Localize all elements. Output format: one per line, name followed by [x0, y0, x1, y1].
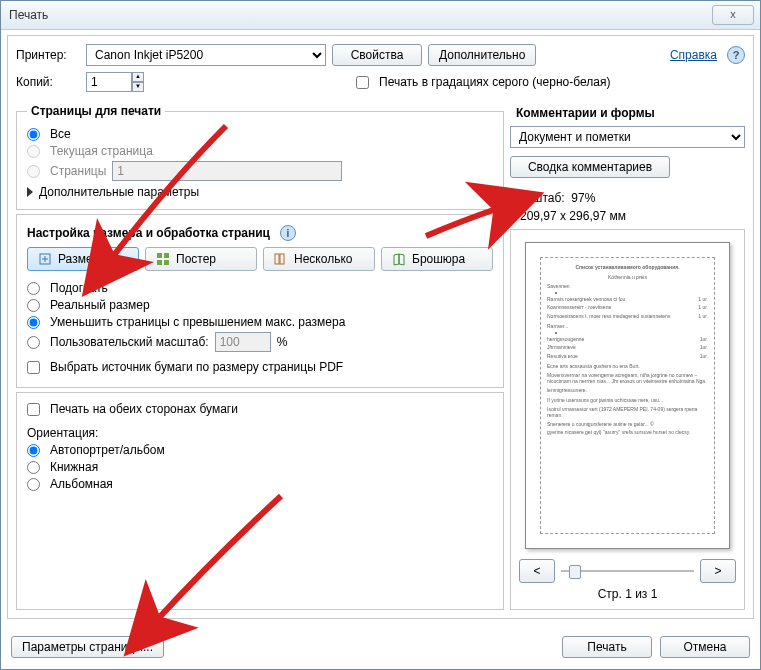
pages-group: Страницы для печати Все Текущая страница… [16, 104, 504, 210]
radio-auto-label: Автопортрет/альбом [50, 443, 165, 457]
radio-all[interactable] [27, 128, 40, 141]
tab-poster[interactable]: Постер [145, 247, 257, 271]
tab-size[interactable]: Размер [27, 247, 139, 271]
chevron-right-icon [27, 187, 33, 197]
help-link[interactable]: Справка [670, 48, 717, 62]
titlebar: Печать x [1, 1, 760, 30]
both-sides-checkbox[interactable] [27, 403, 40, 416]
info-icon[interactable]: i [280, 225, 296, 241]
radio-fit[interactable] [27, 282, 40, 295]
pages-title: Страницы для печати [27, 104, 165, 118]
radio-all-label: Все [50, 127, 71, 141]
radio-portrait[interactable] [27, 461, 40, 474]
radio-custom-label: Пользовательский масштаб: [50, 335, 209, 349]
orientation-label: Ориентация: [27, 426, 98, 440]
svg-rect-2 [164, 253, 169, 258]
next-page-button[interactable]: > [700, 559, 736, 583]
svg-rect-1 [157, 253, 162, 258]
window-title: Печать [9, 8, 48, 22]
printer-select[interactable]: Canon Inkjet iP5200 [86, 44, 326, 66]
custom-scale-input [215, 332, 271, 352]
printer-label: Принтер: [16, 48, 80, 62]
multiple-icon [274, 252, 288, 266]
svg-rect-3 [157, 260, 162, 265]
radio-range [27, 165, 40, 178]
both-sides-label: Печать на обеих сторонах бумаги [50, 402, 238, 416]
radio-actual[interactable] [27, 299, 40, 312]
prev-page-button[interactable]: < [519, 559, 555, 583]
poster-icon [156, 252, 170, 266]
radio-custom[interactable] [27, 336, 40, 349]
copies-up[interactable]: ▲ [132, 72, 144, 82]
comments-dropdown[interactable]: Документ и пометки [510, 126, 745, 148]
summarize-comments-button[interactable]: Сводка комментариев [510, 156, 670, 178]
sizing-group: Настройка размера и обработка страниц i … [16, 214, 504, 388]
copies-down[interactable]: ▼ [132, 82, 144, 92]
more-options-toggle[interactable]: Дополнительные параметры [27, 185, 493, 199]
source-by-pdf-checkbox[interactable] [27, 361, 40, 374]
radio-shrink[interactable] [27, 316, 40, 329]
svg-rect-6 [280, 254, 284, 264]
radio-auto[interactable] [27, 444, 40, 457]
page-setup-button[interactable]: Параметры страницы... [11, 636, 164, 658]
svg-rect-4 [164, 260, 169, 265]
preview-panel: Список устанавливаемого оборудования. Kö… [510, 229, 745, 610]
close-button[interactable]: x [712, 5, 754, 25]
radio-range-label: Страницы [50, 164, 106, 178]
help-icon[interactable]: ? [727, 46, 745, 64]
page-preview: Список устанавливаемого оборудования. Kö… [525, 242, 730, 549]
source-by-pdf-label: Выбрать источник бумаги по размеру стран… [50, 360, 343, 374]
radio-landscape[interactable] [27, 478, 40, 491]
sizing-title: Настройка размера и обработка страниц [27, 226, 270, 240]
footer: Параметры страницы... Печать Отмена [1, 625, 760, 669]
radio-fit-label: Подогнать [50, 281, 108, 295]
grayscale-label: Печать в градациях серого (черно-белая) [379, 75, 610, 89]
dimensions-readout: 209,97 x 296,97 мм [520, 209, 745, 223]
copies-input[interactable] [86, 72, 132, 92]
page-indicator: Стр. 1 из 1 [519, 587, 736, 601]
duplex-group: Печать на обеих сторонах бумаги Ориентац… [16, 392, 504, 610]
tab-booklet[interactable]: Брошюра [381, 247, 493, 271]
radio-current [27, 145, 40, 158]
booklet-icon [392, 252, 406, 266]
radio-shrink-label: Уменьшить страницы с превышением макс. р… [50, 315, 345, 329]
tab-multiple[interactable]: Несколько [263, 247, 375, 271]
grayscale-checkbox[interactable] [356, 76, 369, 89]
radio-landscape-label: Альбомная [50, 477, 113, 491]
advanced-button[interactable]: Дополнительно [428, 44, 536, 66]
print-button[interactable]: Печать [562, 636, 652, 658]
svg-rect-5 [275, 254, 279, 264]
properties-button[interactable]: Свойства [332, 44, 422, 66]
page-slider[interactable] [561, 564, 694, 578]
radio-current-label: Текущая страница [50, 144, 153, 158]
size-icon [38, 252, 52, 266]
cancel-button[interactable]: Отмена [660, 636, 750, 658]
copies-label: Копий: [16, 75, 80, 89]
radio-actual-label: Реальный размер [50, 298, 150, 312]
range-input [112, 161, 342, 181]
scale-readout: Масштаб: 97% [510, 191, 745, 205]
radio-portrait-label: Книжная [50, 460, 98, 474]
comments-title: Комментарии и формы [512, 106, 745, 120]
comments-group: Комментарии и формы Документ и пометки С… [510, 104, 745, 181]
